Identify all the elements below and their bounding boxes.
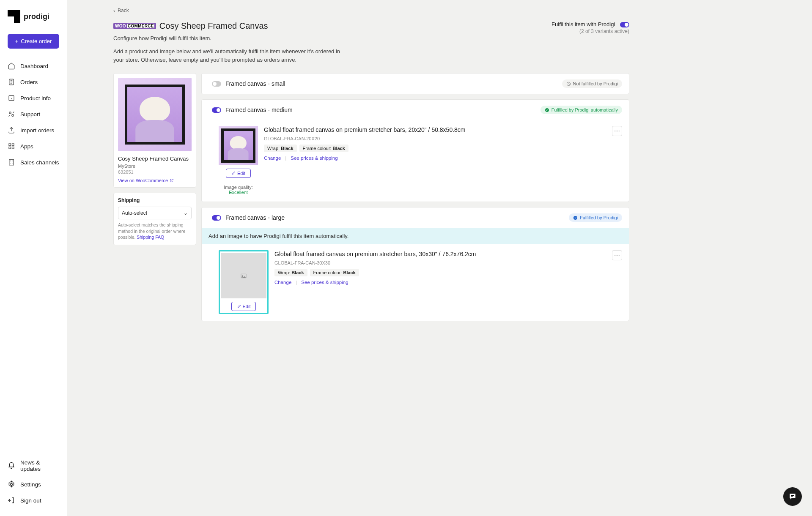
plus-icon: + [15, 38, 19, 44]
variant-large-toggle[interactable] [212, 215, 221, 221]
variant-large-sku: GLOBAL-FRA-CAN-30X30 [274, 260, 606, 265]
variant-large-name: Framed canvas - large [225, 214, 285, 221]
variant-medium-more-button[interactable]: ⋯ [612, 126, 622, 136]
svg-point-9 [11, 483, 13, 486]
nav-product-info[interactable]: Product info [0, 90, 67, 106]
fulfil-toggle-label: Fulfil this item with Prodigi [551, 21, 615, 27]
nav-import-orders-label: Import orders [20, 127, 54, 134]
quality-label: Image quality: [224, 185, 252, 190]
variant-medium-edit-button[interactable]: Edit [226, 169, 251, 178]
shipping-heading: Shipping [118, 197, 192, 203]
bottom-nav: News & updates Settings Sign out [0, 455, 67, 508]
nav-dashboard-label: Dashboard [20, 63, 48, 69]
product-card: Cosy Sheep Framed Canvas MyStore 632651 … [113, 73, 196, 188]
variant-large-more-button[interactable]: ⋯ [612, 250, 622, 260]
edit-label: Edit [243, 304, 251, 309]
page-header: WOO COMMERCE Cosy Sheep Framed Canvas Co… [113, 21, 629, 64]
fulfilled-label: Fulfilled by Prodigi [580, 215, 618, 220]
nav-apps-label: Apps [20, 143, 33, 150]
variant-small-toggle[interactable] [212, 81, 221, 87]
chat-fab[interactable] [783, 487, 802, 506]
variant-large-placeholder[interactable] [221, 253, 266, 298]
variant-medium-toggle[interactable] [212, 107, 221, 113]
shipping-faq-link[interactable]: Shipping FAQ [137, 235, 164, 240]
shipping-value: Auto-select [122, 210, 147, 216]
gear-icon [8, 481, 15, 488]
chevron-left-icon: ‹ [113, 8, 115, 14]
svg-rect-5 [12, 144, 14, 146]
frame-label: Frame colour: [313, 270, 343, 275]
svg-rect-6 [9, 147, 11, 149]
shipping-select[interactable]: Auto-select ⌄ [118, 207, 192, 219]
prices-link[interactable]: See prices & shipping [291, 156, 337, 161]
wrap-tag: Wrap: Black [264, 145, 297, 152]
view-on-woocommerce-link[interactable]: View on WooCommerce [118, 178, 192, 183]
edit-label: Edit [237, 171, 245, 176]
nav-signout-label: Sign out [20, 497, 41, 504]
nav-settings-label: Settings [20, 481, 41, 488]
separator: | [296, 280, 297, 285]
sidebar: prodigi + Create order Dashboard Orders … [0, 0, 67, 516]
product-store: MyStore [118, 164, 192, 169]
create-order-label: Create order [21, 38, 52, 44]
frame-value: Black [343, 270, 355, 275]
nav-orders[interactable]: Orders [0, 74, 67, 90]
brand-text: prodigi [24, 12, 49, 21]
upload-icon [8, 126, 15, 134]
change-link[interactable]: Change [264, 156, 281, 161]
nav-sales-channels[interactable]: Sales channels [0, 154, 67, 170]
more-icon: ⋯ [614, 128, 620, 134]
chevron-down-icon: ⌄ [184, 210, 188, 216]
product-name: Cosy Sheep Framed Canvas [118, 156, 192, 162]
wrap-label: Wrap: [278, 270, 291, 275]
logo[interactable]: prodigi [0, 8, 67, 31]
check-circle-icon [573, 216, 578, 220]
wrap-value: Black [281, 146, 293, 151]
fulfil-toggle[interactable] [620, 22, 629, 27]
variant-medium-name: Framed canvas - medium [225, 106, 293, 113]
variant-large-edit-button[interactable]: Edit [231, 302, 256, 311]
info-icon [8, 94, 15, 102]
nav-settings[interactable]: Settings [0, 476, 67, 492]
variant-medium-title: Global float framed canvas on premium st… [264, 126, 606, 134]
wrap-tag: Wrap: Black [274, 269, 307, 276]
svg-point-2 [9, 112, 11, 114]
wrap-value: Black [291, 270, 304, 275]
variant-medium-sku: GLOBAL-FRA-CAN-20X20 [264, 136, 606, 141]
shipping-help: Auto-select matches the shipping method … [118, 222, 192, 240]
support-icon [8, 110, 15, 118]
variant-large-details: Global float framed canvas on premium st… [274, 250, 606, 285]
building-icon [8, 158, 15, 166]
svg-point-14 [242, 275, 243, 276]
frame-label: Frame colour: [303, 146, 333, 151]
image-quality: Image quality: Excellent [219, 185, 258, 195]
prices-link[interactable]: See prices & shipping [301, 280, 348, 285]
edit-icon [237, 304, 241, 309]
svg-point-12 [573, 216, 577, 219]
add-image-banner: Add an image to have Prodigi fulfil this… [202, 228, 629, 244]
nav-sales-channels-label: Sales channels [20, 159, 59, 166]
svg-rect-8 [9, 159, 14, 165]
nav-import-orders[interactable]: Import orders [0, 122, 67, 138]
view-link-label: View on WooCommerce [118, 178, 168, 183]
create-order-button[interactable]: + Create order [8, 34, 59, 49]
variant-large-title: Global float framed canvas on premium st… [274, 250, 606, 259]
nav-signout[interactable]: Sign out [0, 492, 67, 508]
frame-tag: Frame colour: Black [299, 145, 348, 152]
variant-small: Framed canvas - small Not fulfilled by P… [201, 73, 629, 94]
back-label: Back [118, 8, 129, 14]
check-circle-icon [545, 108, 549, 112]
back-link[interactable]: ‹ Back [113, 8, 629, 14]
nav-apps[interactable]: Apps [0, 138, 67, 154]
nav-support-label: Support [20, 111, 40, 117]
variant-small-name: Framed canvas - small [225, 80, 285, 87]
change-link[interactable]: Change [274, 280, 291, 285]
nav-news[interactable]: News & updates [0, 455, 67, 476]
nav-support[interactable]: Support [0, 106, 67, 122]
variant-medium-details: Global float framed canvas on premium st… [264, 126, 606, 161]
nav-dashboard[interactable]: Dashboard [0, 58, 67, 74]
apps-icon [8, 142, 15, 150]
main-content: ‹ Back WOO COMMERCE Cosy Sheep Framed Ca… [67, 0, 659, 516]
variant-large: Framed canvas - large Fulfilled by Prodi… [201, 207, 629, 321]
svg-rect-7 [12, 147, 14, 149]
